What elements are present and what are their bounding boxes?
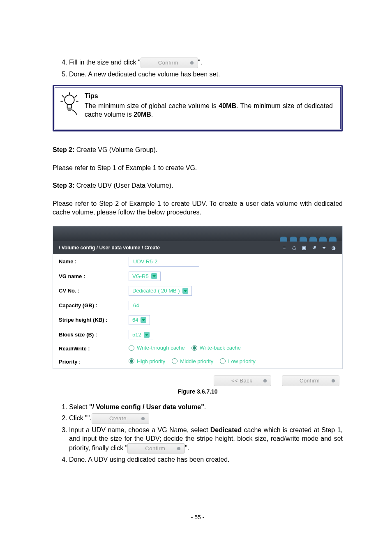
user-icon: ◌ — [291, 245, 297, 251]
page-number: - 55 - — [53, 514, 343, 521]
tips-box: Tips The minimum size of global cache vo… — [53, 85, 343, 131]
radio-option[interactable]: Write-back cache — [191, 344, 241, 352]
radio-dot-icon — [129, 345, 134, 351]
step-3-heading: Step 3: Create UDV (User Data Volume). — [53, 181, 343, 190]
bottom-list-item: Done. A UDV using dedicated cache has be… — [69, 455, 343, 464]
text-input[interactable]: UDV-R5-2 — [129, 257, 199, 267]
form-button-row: << Back Confirm — [53, 371, 343, 388]
select[interactable]: Dedicated ( 20 MB ) — [129, 286, 192, 296]
tips-title: Tips — [85, 92, 333, 101]
form-label: VG name : — [59, 273, 129, 280]
form-label: Block size (B) : — [59, 331, 129, 339]
list-icon: ≡ — [281, 245, 287, 251]
select[interactable]: 64 — [129, 315, 150, 325]
radio-option[interactable]: Write-through cache — [129, 344, 185, 352]
form-row: CV No. :Dedicated ( 20 MB ) — [53, 283, 342, 298]
form-row: Stripe height (KB) :64 — [53, 313, 342, 327]
top-ordered-list: Fill in the size and click "Confirm".Don… — [69, 58, 343, 78]
lightbulb-icon — [58, 92, 81, 115]
bottom-ordered-list: Select "/ Volume config / User data volu… — [69, 403, 343, 464]
help-icon: ◑ — [331, 245, 337, 251]
radio-option[interactable]: Middle priority — [172, 358, 213, 365]
top-list-item: Done. A new dedicated cache volume has b… — [69, 70, 343, 79]
form-row: Priority :High priorityMiddle priorityLo… — [53, 355, 342, 368]
back-button[interactable]: << Back — [214, 375, 271, 386]
top-list-item: Fill in the size and click "Confirm". — [69, 58, 343, 68]
save-icon: ▣ — [301, 245, 307, 251]
form-label: Priority : — [59, 358, 129, 366]
form-label: Capacity (GB) : — [59, 302, 129, 309]
form-label: Name : — [59, 258, 129, 265]
gear-icon: ✦ — [321, 245, 327, 251]
udv-create-form-screenshot: / Volume config / User data volume / Cre… — [53, 226, 343, 369]
form-row: Name :UDV-R5-2 — [53, 254, 342, 269]
inline-confirm-button[interactable]: Confirm — [141, 58, 198, 68]
bottom-list-item: Click "".Create — [69, 413, 343, 424]
form-row: Capacity (GB) :64 — [53, 298, 342, 313]
form-row: Read/Write :Write-through cacheWrite-bac… — [53, 342, 342, 355]
inline-create-button[interactable]: Create — [92, 413, 149, 424]
radio-dot-icon — [129, 358, 134, 364]
select[interactable]: 512 — [129, 330, 153, 340]
radio-dot-icon — [220, 358, 226, 364]
tips-text: The minimum size of global cache volume … — [85, 101, 333, 119]
chevron-down-icon — [182, 288, 188, 294]
svg-point-0 — [65, 95, 74, 104]
form-row: VG name :VG-R5 — [53, 269, 342, 284]
chevron-down-icon — [151, 273, 157, 279]
step-2-heading: Step 2: Create VG (Volume Group). — [53, 145, 343, 154]
form-label: Stripe height (KB) : — [59, 316, 129, 324]
select[interactable]: VG-R5 — [129, 272, 161, 281]
radio-dot-icon — [191, 345, 197, 351]
radio-option[interactable]: High priority — [129, 358, 165, 365]
header-tab-pills — [280, 237, 337, 242]
radio-option[interactable]: Low priority — [220, 358, 255, 365]
form-label: Read/Write : — [59, 345, 129, 352]
text-input[interactable]: 64 — [129, 301, 199, 311]
figure-caption: Figure 3.6.7.10 — [53, 388, 343, 396]
inline-confirm-button[interactable]: Confirm — [127, 443, 185, 454]
chevron-down-icon — [144, 332, 150, 338]
breadcrumb: / Volume config / User data volume / Cre… — [59, 244, 160, 251]
confirm-button[interactable]: Confirm — [282, 375, 339, 386]
para-step3-intro: Please refer to Step 2 of Example 1 to c… — [53, 199, 343, 217]
toolbar-icons: ≡ ◌ ▣ ↺ ✦ ◑ — [281, 245, 337, 251]
radio-dot-icon — [172, 358, 178, 364]
refresh-icon: ↺ — [311, 245, 317, 251]
chevron-down-icon — [141, 317, 146, 323]
form-row: Block size (B) :512 — [53, 327, 342, 342]
bottom-list-item: Select "/ Volume config / User data volu… — [69, 403, 343, 412]
para-step2-ref: Please refer to Step 1 of Example 1 to c… — [53, 164, 343, 173]
bottom-list-item: Input a UDV name, choose a VG Name, sele… — [69, 426, 343, 454]
form-label: CV No. : — [59, 287, 129, 295]
